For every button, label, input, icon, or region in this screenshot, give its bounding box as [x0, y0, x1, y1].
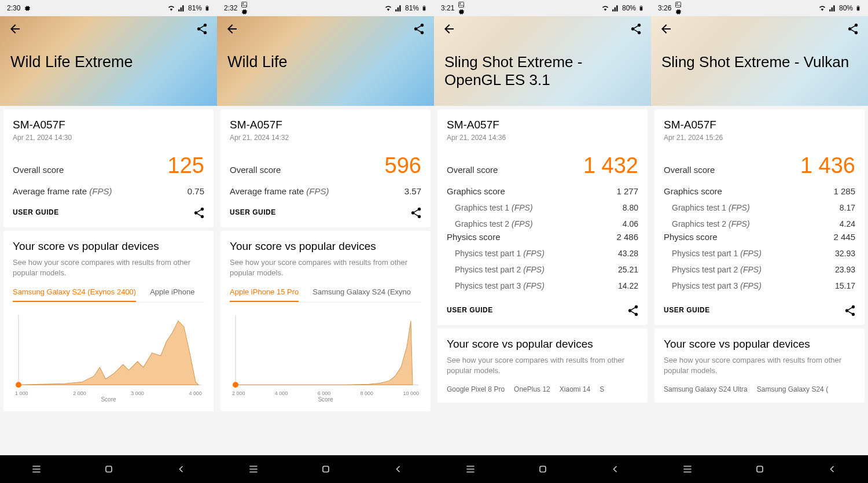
nav-back[interactable]: [608, 462, 622, 476]
nav-recent[interactable]: [30, 462, 43, 476]
battery-percent: 81%: [188, 4, 202, 12]
back-icon[interactable]: [225, 22, 239, 36]
device-tab[interactable]: Apple iPhone: [150, 287, 194, 302]
benchmark-title: Sling Shot Extreme - OpenGL ES 3.1: [434, 42, 651, 89]
timestamp: Apr 21, 2024 14:32: [230, 134, 421, 142]
nav-back[interactable]: [174, 462, 188, 476]
sub-metric-value: 4.24: [840, 219, 855, 228]
sub-metric-value: 25.21: [618, 265, 638, 274]
share-icon[interactable]: [195, 22, 209, 36]
back-icon[interactable]: [442, 22, 456, 36]
status-icon: [24, 5, 31, 12]
timestamp: Apr 21, 2024 15:26: [664, 134, 855, 142]
device-chip[interactable]: Google Pixel 8 Pro: [447, 385, 505, 393]
svg-rect-2: [207, 6, 208, 6]
svg-rect-26: [858, 6, 859, 6]
device-name: SM-A057F: [447, 119, 638, 131]
nav-back[interactable]: [825, 462, 839, 476]
nav-recent[interactable]: [681, 462, 694, 476]
status-bar: 2:30 81%: [0, 0, 217, 16]
svg-rect-11: [424, 6, 425, 6]
device-name: SM-A057F: [13, 119, 204, 131]
share-icon[interactable]: [412, 22, 426, 36]
device-chip[interactable]: S: [599, 385, 604, 393]
status-bar: 3:26 80%: [651, 0, 868, 16]
sub-metric-value: 43.28: [618, 249, 638, 258]
compare-card: Your score vs popular devices See how yo…: [3, 231, 214, 411]
sub-metric-value: 8.80: [623, 203, 638, 212]
back-icon[interactable]: [8, 22, 22, 36]
share-icon[interactable]: [629, 22, 643, 36]
overall-score: 596: [385, 153, 421, 178]
svg-rect-25: [857, 7, 859, 10]
nav-recent[interactable]: [464, 462, 477, 476]
phone-screen-1: 2:32 81% Wild Life SM-A057F Apr 21, 2024…: [217, 0, 434, 483]
device-tab[interactable]: Apple iPhone 15 Pro: [230, 287, 299, 302]
nav-recent[interactable]: [247, 462, 260, 476]
sub-metric-label: Graphics test 2 (FPS): [455, 219, 533, 228]
status-time: 2:30: [7, 4, 20, 12]
svg-rect-7: [242, 2, 247, 8]
share-icon[interactable]: [846, 22, 860, 36]
status-bar: 2:32 81%: [217, 0, 434, 16]
svg-rect-20: [641, 6, 642, 6]
sub-metric-label: Physics test part 3 (FPS): [672, 281, 762, 290]
section-value: 2 445: [833, 232, 855, 242]
device-chip[interactable]: Samsung Galaxy S24 Ultra: [664, 385, 748, 393]
content-scroll[interactable]: SM-A057F Apr 21, 2024 14:36 Overall scor…: [434, 106, 651, 455]
device-tab[interactable]: Samsung Galaxy S24 (Exynos 2400): [13, 287, 136, 302]
battery-percent: 81%: [405, 4, 419, 12]
content-scroll[interactable]: SM-A057F Apr 21, 2024 14:30 Overall scor…: [0, 106, 217, 455]
sub-metric-label: Graphics test 1 (FPS): [672, 203, 750, 212]
compare-desc: See how your score compares with results…: [13, 257, 204, 278]
svg-rect-19: [640, 7, 642, 10]
device-chip[interactable]: Xiaomi 14: [560, 385, 590, 393]
user-guide-link[interactable]: USER GUIDE: [13, 208, 59, 216]
nav-back[interactable]: [391, 462, 405, 476]
result-card: SM-A057F Apr 21, 2024 15:26 Overall scor…: [654, 109, 865, 325]
svg-rect-22: [676, 2, 681, 8]
share-icon[interactable]: [193, 207, 204, 218]
device-chip[interactable]: Samsung Galaxy S24 (: [757, 385, 828, 393]
svg-point-17: [459, 3, 461, 4]
section-value: 2 486: [616, 232, 638, 242]
sub-metric-value: 14.22: [618, 281, 638, 290]
signal-icon: [178, 4, 186, 12]
nav-home[interactable]: [536, 462, 550, 476]
user-guide-link[interactable]: USER GUIDE: [230, 208, 276, 216]
status-icon: [675, 1, 682, 15]
device-chip[interactable]: OnePlus 12: [514, 385, 550, 393]
content-scroll[interactable]: SM-A057F Apr 21, 2024 15:26 Overall scor…: [651, 106, 868, 455]
benchmark-title: Sling Shot Extreme - Vulkan: [651, 42, 868, 71]
user-guide-link[interactable]: USER GUIDE: [447, 306, 493, 314]
back-icon[interactable]: [659, 22, 673, 36]
wifi-icon: [818, 4, 826, 12]
status-time: 2:32: [224, 4, 237, 12]
metric-label: Average frame rate (FPS): [230, 186, 329, 196]
nav-bar: [217, 455, 434, 483]
overall-label: Overall score: [447, 165, 498, 175]
nav-bar: [434, 455, 651, 483]
overall-score: 125: [168, 153, 204, 178]
phone-screen-3: 3:26 80% Sling Shot Extreme - Vulkan SM-…: [651, 0, 868, 483]
content-scroll[interactable]: SM-A057F Apr 21, 2024 14:32 Overall scor…: [217, 106, 434, 455]
device-tab[interactable]: Samsung Galaxy S24 (Exyno: [312, 287, 411, 302]
nav-home[interactable]: [319, 462, 333, 476]
share-icon[interactable]: [844, 304, 855, 316]
compare-card: Your score vs popular devices See how yo…: [654, 329, 865, 403]
metric-value: 0.75: [187, 186, 204, 196]
status-icon: [241, 1, 248, 15]
user-guide-link[interactable]: USER GUIDE: [664, 306, 710, 314]
share-icon[interactable]: [627, 304, 638, 316]
battery-icon: [638, 4, 644, 12]
sub-metric-value: 23.93: [835, 265, 855, 274]
share-icon[interactable]: [410, 207, 421, 218]
sub-metric-value: 15.17: [835, 281, 855, 290]
nav-home[interactable]: [102, 462, 116, 476]
timestamp: Apr 21, 2024 14:36: [447, 134, 638, 142]
svg-rect-27: [757, 466, 763, 472]
wifi-icon: [601, 4, 609, 12]
nav-home[interactable]: [753, 462, 767, 476]
hero-banner: Sling Shot Extreme - OpenGL ES 3.1: [434, 16, 651, 106]
section-label: Physics score: [447, 232, 501, 242]
